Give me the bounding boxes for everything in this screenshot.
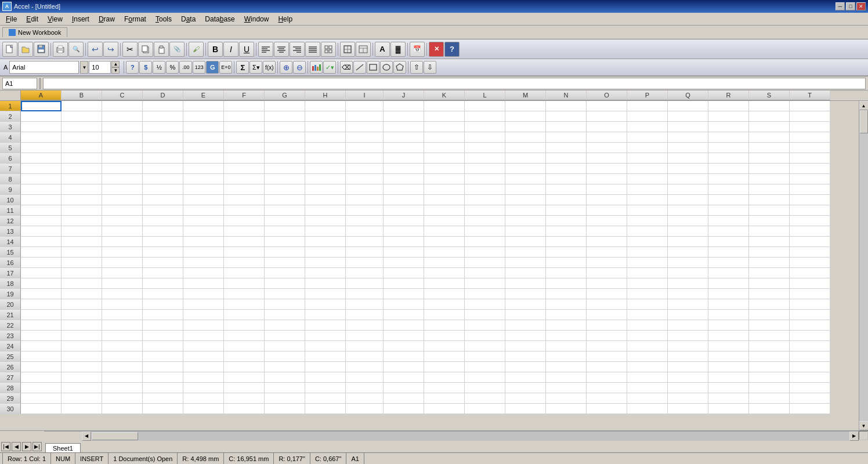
cell-J19[interactable] bbox=[384, 289, 424, 299]
cell-M29[interactable] bbox=[505, 393, 546, 404]
cell-C16[interactable] bbox=[102, 258, 143, 268]
cell-D10[interactable] bbox=[143, 195, 183, 205]
cell-L24[interactable] bbox=[465, 341, 505, 351]
cell-E8[interactable] bbox=[183, 174, 224, 184]
sheet-nav-first[interactable]: |◀ bbox=[1, 442, 10, 451]
cell-J24[interactable] bbox=[384, 341, 424, 351]
cell-J15[interactable] bbox=[384, 247, 424, 258]
cell-F6[interactable] bbox=[224, 153, 265, 164]
tb2-percent-button[interactable]: % bbox=[166, 61, 179, 74]
cell-C12[interactable] bbox=[102, 216, 143, 226]
cell-J18[interactable] bbox=[384, 278, 424, 289]
cell-C26[interactable] bbox=[102, 362, 143, 372]
hscroll-thumb[interactable] bbox=[92, 432, 138, 440]
cell-P9[interactable] bbox=[627, 184, 668, 195]
cell-G3[interactable] bbox=[265, 122, 305, 132]
cell-S3[interactable] bbox=[749, 122, 790, 132]
cell-J2[interactable] bbox=[384, 111, 424, 122]
cell-M17[interactable] bbox=[505, 268, 546, 278]
cell-J13[interactable] bbox=[384, 226, 424, 237]
cell-E25[interactable] bbox=[183, 351, 224, 362]
cell-M28[interactable] bbox=[505, 383, 546, 393]
cell-B9[interactable] bbox=[62, 184, 102, 195]
cell-O25[interactable] bbox=[587, 351, 627, 362]
table-button[interactable] bbox=[356, 42, 371, 57]
cell-O20[interactable] bbox=[587, 299, 627, 310]
cell-L7[interactable] bbox=[465, 164, 505, 174]
cell-F25[interactable] bbox=[224, 351, 265, 362]
row-header-16[interactable]: 16 bbox=[0, 258, 21, 268]
cell-R7[interactable] bbox=[708, 164, 749, 174]
cell-M20[interactable] bbox=[505, 299, 546, 310]
cell-R1[interactable] bbox=[708, 101, 749, 111]
tb2-bold-g-button[interactable]: G bbox=[206, 61, 219, 74]
cell-R18[interactable] bbox=[708, 278, 749, 289]
cell-F29[interactable] bbox=[224, 393, 265, 404]
cell-Q18[interactable] bbox=[668, 278, 708, 289]
tb2-help-button[interactable]: ? bbox=[126, 61, 139, 74]
cell-L21[interactable] bbox=[465, 310, 505, 320]
cell-M12[interactable] bbox=[505, 216, 546, 226]
cell-R11[interactable] bbox=[708, 205, 749, 216]
cell-K12[interactable] bbox=[424, 216, 465, 226]
cell-M1[interactable] bbox=[505, 101, 546, 111]
title-bar-controls[interactable]: ─ □ ✕ bbox=[836, 2, 866, 10]
cell-L28[interactable] bbox=[465, 383, 505, 393]
cell-B5[interactable] bbox=[62, 143, 102, 153]
cell-P6[interactable] bbox=[627, 153, 668, 164]
cell-N4[interactable] bbox=[546, 132, 587, 143]
cell-T8[interactable] bbox=[790, 174, 830, 184]
formula-input[interactable] bbox=[43, 78, 866, 89]
row-header-14[interactable]: 14 bbox=[0, 237, 21, 247]
row-header-17[interactable]: 17 bbox=[0, 268, 21, 278]
col-header-P[interactable]: P bbox=[627, 90, 668, 100]
cell-N16[interactable] bbox=[546, 258, 587, 268]
cell-A7[interactable] bbox=[21, 164, 62, 174]
cell-E12[interactable] bbox=[183, 216, 224, 226]
cell-L19[interactable] bbox=[465, 289, 505, 299]
cell-T25[interactable] bbox=[790, 351, 830, 362]
cell-B18[interactable] bbox=[62, 278, 102, 289]
cell-H30[interactable] bbox=[305, 404, 346, 414]
cell-A22[interactable] bbox=[21, 320, 62, 331]
font-size-up[interactable]: ▲ bbox=[111, 61, 120, 67]
cell-N1[interactable] bbox=[546, 101, 587, 111]
cell-K10[interactable] bbox=[424, 195, 465, 205]
col-header-I[interactable]: I bbox=[346, 90, 384, 100]
cell-D3[interactable] bbox=[143, 122, 183, 132]
cell-E3[interactable] bbox=[183, 122, 224, 132]
cell-O16[interactable] bbox=[587, 258, 627, 268]
cell-T20[interactable] bbox=[790, 299, 830, 310]
cell-S26[interactable] bbox=[749, 362, 790, 372]
cell-F22[interactable] bbox=[224, 320, 265, 331]
cell-M8[interactable] bbox=[505, 174, 546, 184]
row-header-28[interactable]: 28 bbox=[0, 383, 21, 393]
tb2-navigate-button[interactable]: ⇧ bbox=[410, 61, 423, 74]
cell-G4[interactable] bbox=[265, 132, 305, 143]
cell-A17[interactable] bbox=[21, 268, 62, 278]
cell-S9[interactable] bbox=[749, 184, 790, 195]
menu-file[interactable]: File bbox=[1, 14, 21, 24]
cell-B1[interactable] bbox=[62, 101, 102, 111]
tb2-chart-button[interactable] bbox=[310, 61, 323, 74]
cell-Q25[interactable] bbox=[668, 351, 708, 362]
cell-G28[interactable] bbox=[265, 383, 305, 393]
cell-C11[interactable] bbox=[102, 205, 143, 216]
cell-E2[interactable] bbox=[183, 111, 224, 122]
cell-J12[interactable] bbox=[384, 216, 424, 226]
cell-D26[interactable] bbox=[143, 362, 183, 372]
cell-I16[interactable] bbox=[346, 258, 384, 268]
cell-T16[interactable] bbox=[790, 258, 830, 268]
cell-D16[interactable] bbox=[143, 258, 183, 268]
cell-I23[interactable] bbox=[346, 331, 384, 341]
scroll-down-button[interactable]: ▼ bbox=[859, 421, 869, 430]
cell-D21[interactable] bbox=[143, 310, 183, 320]
cell-C23[interactable] bbox=[102, 331, 143, 341]
save-button[interactable] bbox=[34, 42, 49, 57]
cell-J9[interactable] bbox=[384, 184, 424, 195]
cell-R23[interactable] bbox=[708, 331, 749, 341]
font-size-down[interactable]: ▼ bbox=[111, 67, 120, 74]
cell-M5[interactable] bbox=[505, 143, 546, 153]
cell-D24[interactable] bbox=[143, 341, 183, 351]
cell-S18[interactable] bbox=[749, 278, 790, 289]
